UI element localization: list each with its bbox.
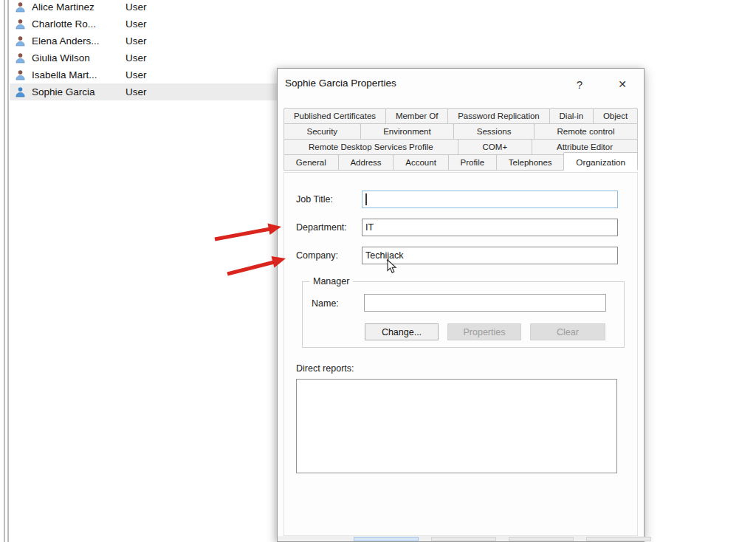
tab-row-4: General Address Account Profile Telephon… [284, 154, 638, 171]
user-icon [15, 86, 26, 97]
change-button[interactable]: Change... [365, 323, 439, 340]
user-type: User [126, 35, 147, 47]
aduc-screen: { "user_list": { "items": [ { "name": "A… [0, 0, 756, 542]
tab-account[interactable]: Account [393, 154, 448, 171]
company-input[interactable] [362, 247, 618, 264]
user-icon [15, 1, 26, 13]
help-button[interactable] [586, 537, 651, 541]
dialog-button-strip [278, 536, 644, 541]
tab-sessions[interactable]: Sessions [453, 123, 535, 140]
user-type: User [126, 18, 147, 30]
help-icon[interactable]: ? [570, 75, 589, 94]
close-icon[interactable]: ✕ [613, 75, 632, 94]
user-type: User [126, 1, 147, 13]
user-icon [15, 18, 26, 30]
tab-remote-desktop-services-profile[interactable]: Remote Desktop Services Profile [284, 139, 458, 155]
properties-dialog: Sophie Garcia Properties ? ✕ Published C… [277, 68, 645, 542]
user-name: Alice Martinez [32, 1, 106, 13]
direct-reports-label: Direct reports: [296, 363, 354, 374]
user-name: Sophie Garcia [32, 86, 106, 97]
user-name: Charlotte Ro... [32, 18, 106, 30]
apply-button[interactable] [509, 537, 574, 541]
tab-address[interactable]: Address [338, 154, 394, 171]
list-item-user-selected[interactable]: Sophie Garcia User [10, 83, 277, 100]
clear-button: Clear [530, 323, 605, 340]
user-name: Elena Anders... [32, 35, 106, 47]
text-caret [365, 193, 367, 205]
company-label: Company: [296, 250, 338, 261]
tab-object[interactable]: Object [593, 108, 638, 124]
user-icon [15, 35, 26, 47]
user-name: Giulia Wilson [32, 52, 106, 64]
user-name: Isabella Mart... [32, 69, 106, 80]
dialog-title-bar[interactable]: Sophie Garcia Properties ? ✕ [278, 69, 644, 99]
user-icon [15, 52, 26, 64]
tab-strip: Published Certificates Member Of Passwor… [284, 108, 638, 171]
list-item-user[interactable]: Alice Martinez User [10, 0, 277, 16]
list-item-user[interactable]: Elena Anders... User [10, 32, 277, 49]
user-list: Alice Martinez User Charlotte Ro... User… [10, 0, 277, 100]
direct-reports-listbox[interactable] [296, 379, 617, 473]
user-icon [15, 69, 26, 80]
properties-button: Properties [447, 323, 521, 340]
tab-member-of[interactable]: Member Of [385, 108, 448, 124]
tab-profile[interactable]: Profile [448, 154, 497, 171]
tab-row-1: Published Certificates Member Of Passwor… [284, 108, 638, 124]
manager-group-label: Manager [309, 276, 353, 287]
list-item-user[interactable]: Charlotte Ro... User [10, 16, 277, 32]
tab-environment[interactable]: Environment [360, 123, 455, 140]
user-type: User [126, 52, 147, 64]
job-title-input[interactable] [362, 191, 618, 208]
tab-com-plus[interactable]: COM+ [458, 139, 532, 155]
panel-separator-line [4, 0, 5, 542]
dialog-title: Sophie Garcia Properties [285, 78, 396, 89]
tab-remote-control[interactable]: Remote control [534, 123, 638, 140]
user-type: User [126, 69, 147, 80]
tab-dial-in[interactable]: Dial-in [549, 108, 594, 124]
ok-button[interactable] [354, 537, 419, 541]
tab-general[interactable]: General [284, 154, 339, 171]
user-type: User [126, 86, 147, 97]
tab-security[interactable]: Security [284, 123, 361, 140]
list-item-user[interactable]: Giulia Wilson User [10, 49, 277, 66]
tab-password-replication[interactable]: Password Replication [447, 108, 549, 124]
department-label: Department: [296, 222, 347, 233]
tab-published-certificates[interactable]: Published Certificates [284, 108, 386, 124]
list-item-user[interactable]: Isabella Mart... User [10, 66, 277, 83]
department-input[interactable] [362, 219, 618, 236]
manager-name-input[interactable] [364, 294, 606, 312]
tab-organization-active[interactable]: Organization [563, 152, 638, 171]
job-title-label: Job Title: [296, 194, 333, 205]
cancel-button[interactable] [431, 537, 496, 541]
tab-row-2: Security Environment Sessions Remote con… [284, 123, 638, 140]
panel-separator-line [7, 0, 9, 542]
tab-telephones[interactable]: Telephones [496, 154, 565, 171]
manager-name-label: Name: [312, 298, 339, 309]
